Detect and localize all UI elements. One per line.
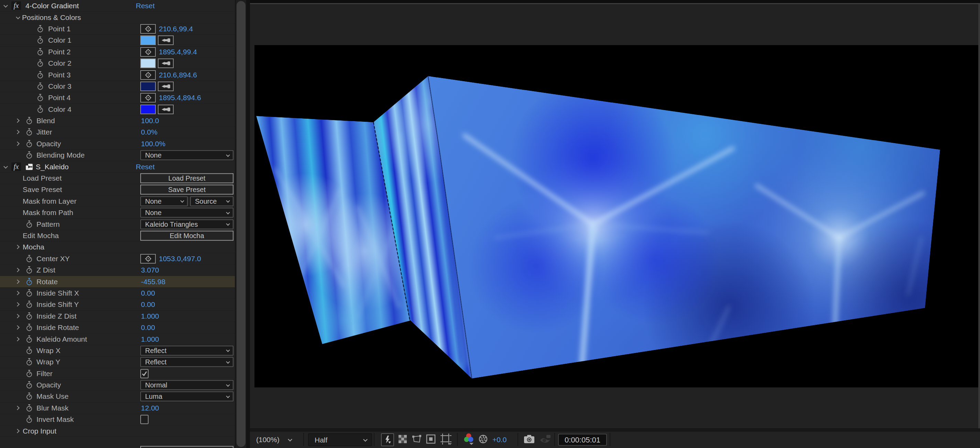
stopwatch-active-icon[interactable] [26,278,32,285]
panel-divider[interactable] [246,0,250,448]
expand-chevron-icon[interactable] [15,406,20,410]
position-crosshair-icon[interactable] [140,254,156,263]
stopwatch-icon[interactable] [37,48,43,56]
stopwatch-icon[interactable] [37,71,43,79]
param-value[interactable]: 100.0 [141,116,159,125]
channels-icon[interactable] [463,433,475,446]
param-value[interactable]: 1895.4,894.6 [159,94,201,102]
stopwatch-icon[interactable] [26,140,32,148]
stopwatch-icon[interactable] [37,82,43,90]
stopwatch-icon[interactable] [26,301,32,309]
fast-preview-icon[interactable] [381,433,394,446]
color-swatch[interactable] [140,59,156,68]
reset-link[interactable]: Reset [136,2,155,10]
expand-chevron-icon[interactable] [15,291,20,295]
expand-chevron-icon[interactable] [15,279,20,284]
region-of-interest-icon[interactable] [412,434,422,445]
expand-chevron-icon[interactable] [15,337,20,341]
wrap-x-dropdown[interactable]: Reflect [140,346,234,356]
param-value[interactable]: 1895.4,99.4 [159,48,197,56]
mask-source-dropdown[interactable]: Source [190,196,234,206]
stopwatch-icon[interactable] [26,381,32,389]
eyedropper-icon[interactable] [158,105,173,114]
scrollbar-thumb[interactable] [237,1,245,447]
exposure-icon[interactable] [478,434,488,445]
fx-badge[interactable]: fx [11,2,21,10]
eyedropper-icon[interactable] [158,59,173,68]
eyedropper-icon[interactable] [158,81,173,91]
collapse-chevron-icon[interactable] [16,15,20,19]
magnification-dropdown[interactable]: (100%) [256,435,280,444]
mask-visibility-icon[interactable] [426,434,436,445]
stopwatch-icon[interactable] [26,220,32,228]
stopwatch-icon[interactable] [37,37,43,45]
mask-use-dropdown[interactable]: Luma [140,392,234,402]
position-crosshair-icon[interactable] [140,70,156,80]
param-value[interactable]: -455.98 [141,278,165,286]
stopwatch-icon[interactable] [26,335,32,343]
expand-chevron-icon[interactable] [15,268,20,272]
stopwatch-icon[interactable] [26,128,32,136]
save-preset-button[interactable]: Save Preset [140,185,234,195]
expand-chevron-icon[interactable] [15,325,20,330]
blending-mode-dropdown[interactable]: None [140,150,234,160]
param-value[interactable]: 0.00 [141,300,155,309]
opacity-mode-dropdown[interactable]: Normal [140,380,234,390]
param-value[interactable]: 1.000 [141,335,159,343]
position-crosshair-icon[interactable] [140,93,156,102]
timecode-display[interactable]: 0:00:05:01 [558,434,607,446]
param-value[interactable]: 12.00 [141,404,159,412]
stopwatch-icon[interactable] [26,392,32,400]
stopwatch-icon[interactable] [26,404,32,412]
stopwatch-icon[interactable] [37,105,43,113]
snapshot-icon[interactable] [524,435,535,445]
wrap-y-dropdown[interactable]: Reflect [140,357,234,367]
expand-chevron-icon[interactable] [15,130,20,134]
position-crosshair-icon[interactable] [140,24,156,34]
param-value[interactable]: 0.0% [141,128,158,136]
stopwatch-icon[interactable] [26,289,32,297]
param-value[interactable]: 1053.0,497.0 [159,255,201,263]
stopwatch-icon[interactable] [26,324,32,332]
param-value[interactable]: 210.6,894.6 [159,71,197,79]
fx-badge[interactable]: fx [11,163,21,171]
stopwatch-icon[interactable] [37,59,43,67]
group-crop-input[interactable]: Crop Input [0,425,235,436]
stopwatch-icon[interactable] [26,151,32,159]
mask-from-path-dropdown[interactable]: None [140,208,234,218]
color-swatch[interactable] [140,81,156,91]
expand-chevron-icon[interactable] [15,142,20,146]
expand-chevron-icon[interactable] [15,245,20,249]
exposure-value[interactable]: +0.0 [492,435,506,444]
pattern-dropdown[interactable]: Kaleido Triangles [140,219,234,229]
mask-from-layer-dropdown[interactable]: None [140,196,188,206]
partial-button[interactable] [140,446,234,448]
expand-chevron-icon[interactable] [15,429,20,433]
collapse-chevron-icon[interactable] [3,3,8,8]
param-value[interactable]: 100.0% [141,140,165,148]
stopwatch-icon[interactable] [26,358,32,366]
stopwatch-icon[interactable] [26,255,32,263]
stopwatch-icon[interactable] [26,370,32,378]
param-value[interactable]: 3.070 [141,266,159,274]
viewer-right-scroll-strip[interactable] [978,4,980,428]
grid-guides-icon[interactable] [440,433,452,446]
expand-chevron-icon[interactable] [15,118,20,123]
param-value[interactable]: 1.000 [141,312,159,320]
stopwatch-icon[interactable] [26,117,32,125]
expand-chevron-icon[interactable] [15,314,20,318]
resolution-dropdown[interactable]: Half [308,434,372,446]
edit-mocha-button[interactable]: Edit Mocha [140,231,234,241]
load-preset-button[interactable]: Load Preset [140,174,234,183]
expand-chevron-icon[interactable] [15,303,20,307]
color-swatch[interactable] [140,105,156,114]
invert-mask-checkbox-unchecked[interactable] [140,415,148,424]
filter-checkbox-checked[interactable] [140,369,148,378]
collapse-chevron-icon[interactable] [3,164,8,169]
stopwatch-icon[interactable] [37,25,43,33]
transparency-grid-icon[interactable] [398,434,407,445]
stopwatch-icon[interactable] [26,346,32,354]
stopwatch-icon[interactable] [26,312,32,320]
reset-link[interactable]: Reset [136,163,155,171]
position-crosshair-icon[interactable] [140,47,156,57]
